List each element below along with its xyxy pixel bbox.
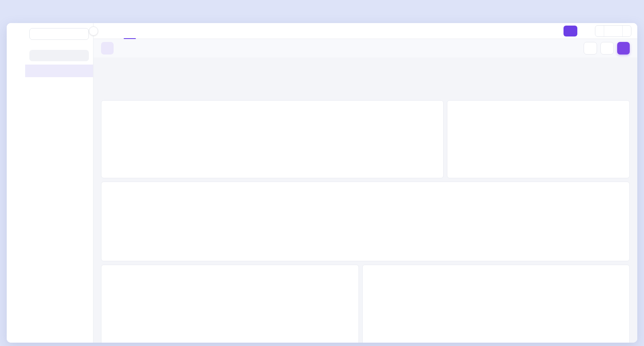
sidebar [25,23,93,343]
time-range-selector[interactable] [604,26,622,36]
export-data-button[interactable] [600,42,614,55]
cpu-usage-chart[interactable] [107,106,437,176]
dashboard-content [93,57,637,343]
memory-breakdown-widget [447,100,630,178]
memory-breakdown-chart[interactable] [453,106,623,176]
middleware-logo-icon[interactable] [10,27,22,39]
pause-refresh-button[interactable] [564,26,577,36]
project-selector[interactable] [29,28,89,40]
bottom-charts-row [101,265,630,343]
tab-hosts[interactable] [104,23,121,39]
add-widget-button[interactable] [101,42,114,55]
cpu-usage-widget [101,100,444,178]
disk-usage-chart[interactable] [107,270,353,343]
network-traffic-widget [362,265,630,343]
app-window [7,23,637,343]
disk-usage-widget [101,265,359,343]
search-filters-field[interactable] [29,50,89,61]
tab-bar-controls [564,25,637,37]
stats-row [101,60,630,97]
search-filters-input[interactable] [35,53,86,58]
import-data-button[interactable] [584,42,597,55]
collapse-sidebar-button[interactable] [89,26,98,36]
desktop-background [0,0,644,346]
tab-dashboard[interactable] [122,23,138,39]
icon-rail [7,23,25,343]
time-range-forward-button[interactable] [622,26,631,36]
processes-memory-treemap [107,190,613,256]
main-panel [93,23,637,343]
charts-row [101,100,630,178]
filter-by-attribute-toggle[interactable] [25,65,93,77]
network-traffic-chart[interactable] [369,270,623,343]
processes-memory-usage-widget [101,182,630,261]
quick-filter-header [25,43,93,50]
chevron-down-icon [613,29,618,33]
tab-bar [93,23,637,39]
time-range-group [595,25,631,37]
dashboard-toolbar [93,39,637,57]
time-range-back-button[interactable] [595,26,604,36]
save-as-copy-button[interactable] [617,42,630,55]
